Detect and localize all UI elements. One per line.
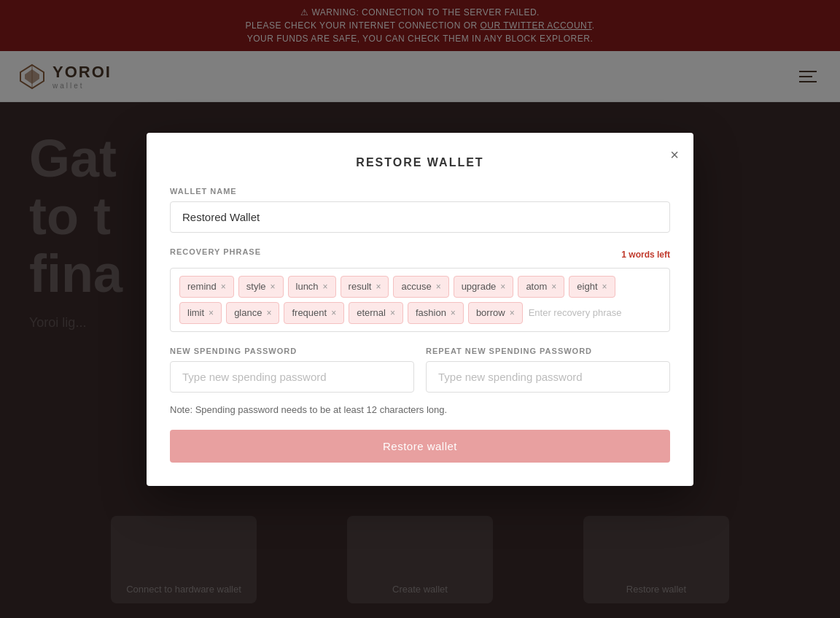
repeat-password-label: REPEAT NEW SPENDING PASSWORD [426,347,670,355]
word-tag-text: style [246,281,266,292]
word-tag-text: result [349,281,372,292]
word-tag-remove[interactable]: × [551,282,556,292]
recovery-word-tag: remind× [179,276,234,298]
wallet-name-field: WALLET NAME [170,187,670,233]
recovery-word-tag: lunch× [288,276,336,298]
word-tag-text: frequent [292,307,327,318]
wallet-name-label: WALLET NAME [170,187,670,196]
recovery-word-tag: style× [238,276,284,298]
word-tag-remove[interactable]: × [376,282,381,292]
word-tag-text: eight [577,281,597,292]
word-tag-text: lunch [296,281,319,292]
word-tag-text: glance [234,307,262,318]
recovery-word-tag: eternal× [349,302,403,324]
word-tag-remove[interactable]: × [510,308,515,318]
recovery-word-tag: fashion× [408,302,464,324]
restore-wallet-modal: RESTORE WALLET × WALLET NAME RECOVERY PH… [147,133,693,486]
word-tag-text: eternal [357,307,386,318]
recovery-word-tag: accuse× [393,276,448,298]
word-tag-remove[interactable]: × [209,308,214,318]
word-tag-text: atom [526,281,547,292]
password-note: Note: Spending password needs to be at l… [170,404,670,415]
new-password-input[interactable] [170,361,414,393]
word-tag-remove[interactable]: × [436,282,441,292]
word-tag-text: accuse [401,281,431,292]
word-tag-text: upgrade [462,281,497,292]
password-row: NEW SPENDING PASSWORD REPEAT NEW SPENDIN… [170,347,670,393]
word-tag-remove[interactable]: × [451,308,456,318]
recovery-word-tag: atom× [518,276,564,298]
new-password-label: NEW SPENDING PASSWORD [170,347,414,355]
new-password-field: NEW SPENDING PASSWORD [170,347,414,393]
word-tag-text: borrow [476,307,505,318]
wallet-name-input[interactable] [170,201,670,233]
recovery-word-tag: limit× [179,302,222,324]
word-tag-remove[interactable]: × [602,282,607,292]
recovery-word-tag: eight× [569,276,615,298]
word-tag-text: fashion [416,307,446,318]
repeat-password-input[interactable] [426,361,670,393]
words-left-counter: 1 words left [621,250,670,260]
repeat-password-field: REPEAT NEW SPENDING PASSWORD [426,347,670,393]
recovery-word-tag: upgrade× [454,276,514,298]
word-tag-remove[interactable]: × [323,282,328,292]
recovery-word-tag: result× [341,276,389,298]
recovery-header: RECOVERY PHRASE 1 words left [170,247,670,262]
word-tag-text: limit [187,307,204,318]
recovery-word-tag: frequent× [284,302,344,324]
recovery-phrase-field: RECOVERY PHRASE 1 words left remind×styl… [170,247,670,332]
word-tag-remove[interactable]: × [390,308,395,318]
recovery-phrase-box[interactable]: remind×style×lunch×result×accuse×upgrade… [170,268,670,332]
recovery-phrase-input[interactable] [527,302,661,324]
word-tag-text: remind [187,281,217,292]
modal-title: RESTORE WALLET [170,156,670,169]
word-tag-remove[interactable]: × [331,308,336,318]
word-tag-remove[interactable]: × [221,282,226,292]
recovery-word-tag: glance× [226,302,279,324]
recovery-phrase-label: RECOVERY PHRASE [170,247,261,256]
word-tag-remove[interactable]: × [271,282,276,292]
recovery-word-tag: borrow× [468,302,523,324]
close-button[interactable]: × [667,144,682,165]
word-tag-remove[interactable]: × [500,282,505,292]
word-tag-remove[interactable]: × [266,308,271,318]
modal-overlay: RESTORE WALLET × WALLET NAME RECOVERY PH… [0,0,840,618]
restore-wallet-button[interactable]: Restore wallet [170,430,670,463]
